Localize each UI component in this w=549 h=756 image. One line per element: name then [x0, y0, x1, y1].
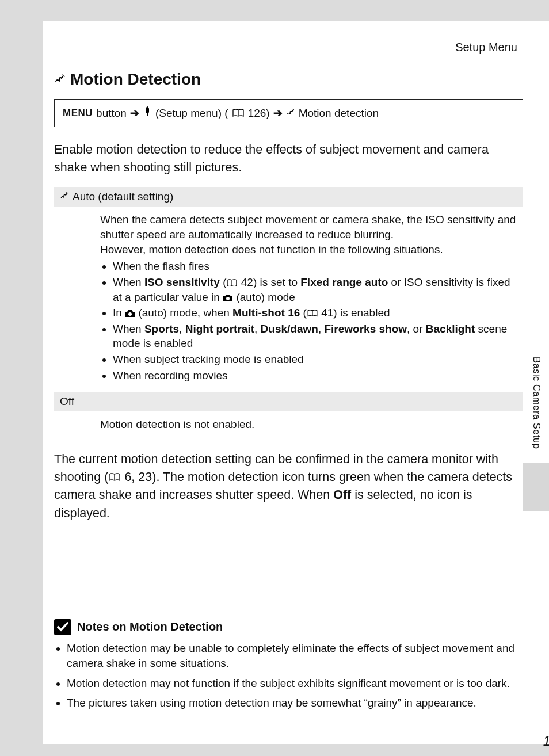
auto-bullet: When Sports, Night portrait, Dusk/dawn, … — [113, 322, 517, 351]
book-icon — [232, 109, 245, 118]
notes-title: Notes on Motion Detection — [77, 620, 223, 633]
lead-paragraph: Enable motion detection to reduce the ef… — [54, 141, 523, 177]
auto-bullet: When recording movies — [113, 368, 517, 383]
motion-detection-small-icon — [60, 190, 69, 203]
book-icon — [226, 279, 238, 287]
side-tab-label: Basic Camera Setup — [531, 357, 542, 449]
arrow-icon: ➔ — [273, 106, 283, 120]
option-off-body: Motion detection is not enabled. — [54, 411, 523, 440]
page-number: 135 — [543, 734, 549, 749]
option-auto-header: Auto (default setting) — [54, 187, 523, 207]
auto-p1: When the camera detects subject movement… — [100, 212, 517, 242]
option-auto-label: Auto (default setting) — [73, 190, 173, 203]
breadcrumb-text: Motion detection — [299, 107, 379, 120]
check-badge-icon — [54, 619, 71, 635]
notes-section: Notes on Motion Detection Motion detecti… — [54, 619, 517, 716]
motion-detection-small-icon — [286, 107, 295, 120]
camera-icon — [223, 294, 233, 302]
title-text: Motion Detection — [70, 70, 201, 89]
auto-p2: However, motion detection does not funct… — [100, 242, 517, 257]
motion-detection-icon — [54, 73, 66, 87]
breadcrumb-text: 126) — [248, 107, 270, 120]
side-tab-block — [523, 463, 549, 511]
option-off-header: Off — [54, 392, 523, 411]
auto-bullet: When the flash fires — [113, 259, 517, 274]
breadcrumb-text: (Setup menu) ( — [155, 107, 228, 120]
arrow-icon: ➔ — [130, 106, 139, 120]
auto-bullet: When subject tracking mode is enabled — [113, 352, 517, 367]
note-item: Motion detection may be unable to comple… — [67, 641, 517, 671]
option-auto-body: When the camera detects subject movement… — [54, 207, 523, 392]
auto-bullet: When ISO sensitivity ( 42) is set to Fix… — [113, 275, 517, 304]
option-off-label: Off — [60, 395, 74, 408]
svg-point-1 — [128, 312, 132, 316]
confirmation-paragraph: The current motion detection setting can… — [54, 450, 523, 522]
svg-point-0 — [226, 297, 230, 300]
side-tab: Basic Camera Setup — [523, 343, 549, 511]
menu-label: MENU — [63, 108, 93, 119]
wrench-icon — [143, 106, 152, 120]
book-icon — [307, 310, 318, 318]
section-header: Setup Menu — [54, 41, 523, 54]
page-title: Motion Detection — [54, 70, 523, 89]
note-item: Motion detection may not function if the… — [67, 676, 517, 692]
note-item: The pictures taken using motion detectio… — [67, 696, 517, 711]
breadcrumb-text: button — [96, 107, 127, 120]
book-icon — [108, 473, 121, 482]
camera-icon — [125, 310, 135, 318]
auto-bullet: In (auto) mode, when Multi-shot 16 ( 41)… — [113, 306, 517, 320]
breadcrumb-path: MENU button ➔ (Setup menu) ( 126) ➔ Moti… — [54, 99, 523, 127]
